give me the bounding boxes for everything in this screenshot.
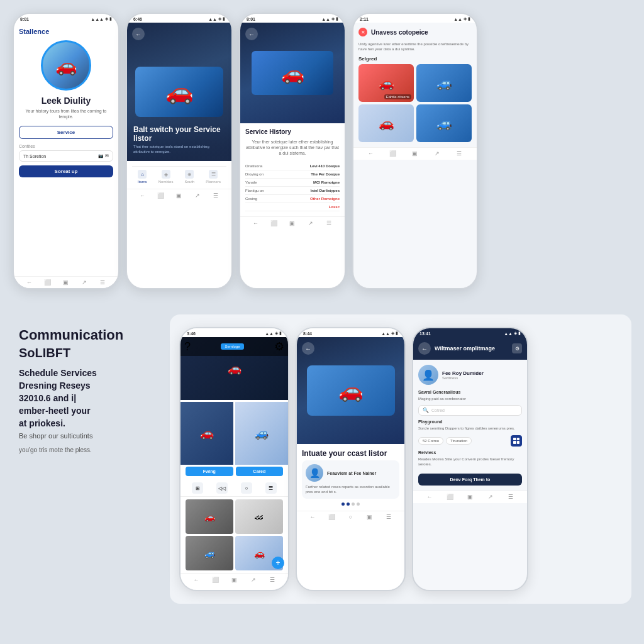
add-button[interactable]: + xyxy=(272,557,284,569)
service-history-desc: Yeur ther soteique luter ether establish… xyxy=(245,139,340,156)
general-comm-title: Savral Generaalious xyxy=(418,390,522,394)
contact-settings-btn[interactable]: ⚙ xyxy=(512,343,522,353)
person-avatar: 👤 xyxy=(306,464,323,482)
back-nav-2[interactable]: ← xyxy=(138,191,147,200)
home-nav-5[interactable]: ⬜ xyxy=(211,575,219,584)
contact-search[interactable]: 🔍 Cotred xyxy=(418,405,522,416)
tool-back[interactable]: ◁◁ xyxy=(216,482,228,494)
tool-grid[interactable]: ⊞ xyxy=(192,482,203,494)
contact-person-row: 👤 Fee Roy Dumider Serttness xyxy=(418,365,522,385)
back-nav-7[interactable]: ← xyxy=(425,492,434,501)
reviews-text: Reades Motres Stite your Convern prodes … xyxy=(418,457,522,467)
history-row-3: Yanale MCl Romoigne xyxy=(245,179,340,187)
car-grid-item-4[interactable]: 🚙 xyxy=(416,104,472,142)
service-hero-car: 🚗 xyxy=(252,51,333,95)
hero-text-block: Balt switch your Service listor That the… xyxy=(133,125,225,155)
fwing-button[interactable]: Fwing xyxy=(186,467,233,476)
tab-icon-4: ☰ xyxy=(209,170,218,179)
apps-nav-2[interactable]: ☰ xyxy=(211,191,220,200)
tool-circle[interactable]: ○ xyxy=(241,482,252,494)
tool-menu[interactable]: ☰ xyxy=(265,482,277,494)
back-button-7[interactable]: ← xyxy=(418,342,431,355)
car-grid-item-3[interactable]: 🚗 xyxy=(358,104,414,142)
recents-nav-6[interactable]: ▣ xyxy=(365,513,374,521)
nav-tab-4[interactable]: ☰ Planners xyxy=(206,170,221,184)
forward-nav[interactable]: ↗ xyxy=(80,278,89,287)
status-icons-3: ▲▲ ◈ ▮ xyxy=(321,16,338,21)
signal-icon-5: ▲▲ xyxy=(265,331,274,336)
apps-nav-7[interactable]: ☰ xyxy=(506,492,515,501)
cta-button[interactable]: Denv Forq Them to xyxy=(418,474,522,486)
home-nav-2[interactable]: ⬜ xyxy=(157,191,165,200)
search-input[interactable]: Th Soretion 📷 ✉ xyxy=(19,150,113,162)
time-6: 8:44 xyxy=(303,331,312,336)
gallery-cell-3: 🚙 xyxy=(235,402,288,465)
back-button-6[interactable]: ← xyxy=(302,342,314,355)
home-nav-3[interactable]: ⬜ xyxy=(270,219,279,228)
back-nav-5[interactable]: ← xyxy=(192,575,201,584)
extra4-text: at priokesi. xyxy=(19,418,157,428)
apps-nav-6[interactable]: ☰ xyxy=(384,513,393,521)
recents-nav-5[interactable]: ▣ xyxy=(230,575,238,584)
selected-label: Selgred xyxy=(353,56,477,64)
back-nav-3[interactable]: ← xyxy=(252,219,260,228)
filter-1[interactable]: 52 Cotmo xyxy=(418,437,443,445)
car-grid-item-1[interactable]: 🚗 Eahtle citsens xyxy=(358,64,414,102)
battery-icon: ▮ xyxy=(109,16,112,21)
car-detail-hero: ← 🚗 xyxy=(297,337,404,444)
contact-body: 👤 Fee Roy Dumider Serttness Savral Gener… xyxy=(413,360,527,491)
history-label-4: Flantigu on xyxy=(245,189,264,192)
recents-nav-4[interactable]: ▣ xyxy=(411,149,419,158)
home-nav-7[interactable]: ⬜ xyxy=(445,492,454,501)
gallery-cell-2: 🚗 xyxy=(180,402,233,465)
battery-icon-4: ▮ xyxy=(468,16,470,21)
apps-nav[interactable]: ☰ xyxy=(98,278,107,287)
apps-nav-5[interactable]: ☰ xyxy=(268,575,277,584)
apps-nav-3[interactable]: ☰ xyxy=(325,219,333,228)
contacts-label: Contites xyxy=(19,144,35,148)
desc-text-2: you'go tris mote the pless. xyxy=(19,445,157,455)
bottom-gallery-cell-1: 🚗 xyxy=(186,499,233,534)
nav-tab-2[interactable]: ◈ Nombles xyxy=(158,170,174,184)
filter-grid-button[interactable] xyxy=(511,435,522,447)
back-button-3[interactable]: ← xyxy=(245,28,258,40)
tab-icon-2: ◈ xyxy=(162,170,170,179)
back-nav-6[interactable]: ← xyxy=(308,513,317,521)
forward-nav-2[interactable]: ↗ xyxy=(193,191,202,200)
home-nav-4[interactable]: ⬜ xyxy=(389,149,397,158)
cared-button[interactable]: Cared xyxy=(236,467,284,476)
recents-nav-2[interactable]: ▣ xyxy=(175,191,184,200)
service-button[interactable]: Service xyxy=(19,126,113,139)
home-nav[interactable]: ⬜ xyxy=(43,278,52,287)
history-section: Service History Yeur ther soteique luter… xyxy=(240,123,345,216)
phone-1-profile: 8:01 ▲▲▲ ◈ ▮ Stallence 🚗 Leek Diulity Yo… xyxy=(13,13,119,289)
nav-tab-3[interactable]: ⊕ South xyxy=(185,170,195,184)
forward-nav-3[interactable]: ↗ xyxy=(306,219,315,228)
back-button[interactable]: ← xyxy=(132,28,145,40)
time-7-top: 13:41 xyxy=(419,331,431,336)
forward-nav-5[interactable]: ↗ xyxy=(249,575,258,584)
apps-nav-4[interactable]: ☰ xyxy=(455,149,464,158)
history-row-4: Flantigu on Intel Darlistypes xyxy=(245,187,340,195)
gallery-tab[interactable]: Sernloge xyxy=(221,343,243,350)
forward-nav-7[interactable]: ↗ xyxy=(486,492,495,501)
submit-button[interactable]: Soreat up xyxy=(19,165,113,177)
recents-nav-7[interactable]: ▣ xyxy=(465,492,474,501)
forward-nav-4[interactable]: ↗ xyxy=(433,149,441,158)
contact-avatar: 👤 xyxy=(418,365,438,385)
recents-nav[interactable]: ▣ xyxy=(62,278,70,287)
input-icons: 📷 ✉ xyxy=(98,153,109,158)
back-nav-4[interactable]: ← xyxy=(367,149,375,158)
home-nav-6[interactable]: ⬜ xyxy=(327,513,336,521)
filter-2[interactable]: Ttrunation xyxy=(446,437,472,445)
battery-icon-6: ▮ xyxy=(396,331,398,336)
wifi-icon-7-top: ◈ xyxy=(514,331,517,336)
nav-tab-1[interactable]: ⌂ Itams xyxy=(138,170,147,184)
service-hero: ← 🚗 xyxy=(240,23,345,123)
car-grid-item-2[interactable]: 🚙 xyxy=(416,64,472,102)
back-nav[interactable]: ← xyxy=(25,278,34,287)
recents-nav-3[interactable]: ▣ xyxy=(288,219,297,228)
close-button[interactable]: ✕ xyxy=(358,28,367,36)
gallery-settings-icon[interactable]: ⚙ xyxy=(274,340,284,353)
play-nav-6[interactable]: ○ xyxy=(346,513,355,521)
